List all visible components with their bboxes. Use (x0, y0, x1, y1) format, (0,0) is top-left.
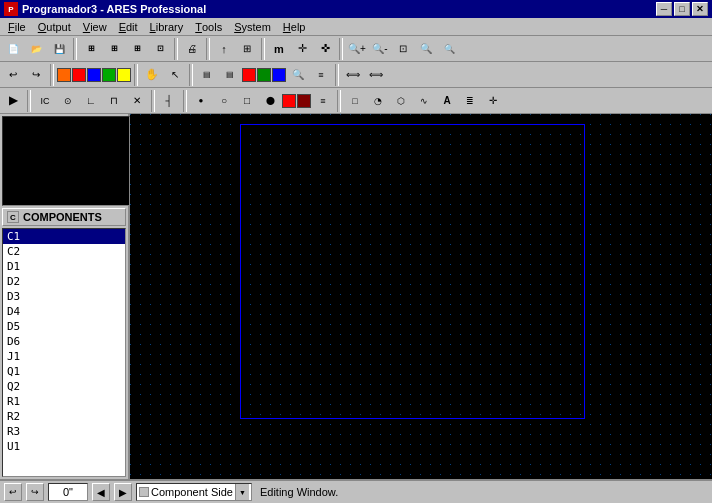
menu-file[interactable]: File (2, 18, 32, 35)
layer-dropdown-icon[interactable]: ▼ (235, 484, 249, 500)
color-green[interactable] (102, 68, 116, 82)
tb-cross[interactable]: ✜ (314, 38, 336, 60)
hand-tool[interactable]: ✋ (141, 64, 163, 86)
list-item[interactable]: D2 (3, 274, 125, 289)
tb-search[interactable]: 🔍 (287, 64, 309, 86)
big-rect-tool[interactable] (297, 94, 311, 108)
color-blue[interactable] (87, 68, 101, 82)
zoom-in[interactable]: 🔍+ (346, 38, 368, 60)
toolbar-1: 📄 📂 💾 ⊞ ⊞ ⊞ ⊡ 🖨 ↑ ⊞ m ✛ ✜ 🔍+ 🔍- ⊡ 🔍 🔍 (0, 36, 712, 62)
circle-tool[interactable]: ○ (213, 90, 235, 112)
view-tb-btn1[interactable]: ⊞ (80, 38, 102, 60)
view-tb-btn3[interactable]: ⊞ (126, 38, 148, 60)
zoom-fit[interactable]: ⊡ (392, 38, 414, 60)
minimize-button[interactable]: ─ (656, 2, 672, 16)
zoom-area[interactable]: 🔍 (415, 38, 437, 60)
status-back[interactable]: ↩ (4, 483, 22, 501)
layer-color3[interactable] (272, 68, 286, 82)
undo-button[interactable]: ↩ (2, 64, 24, 86)
print-button[interactable]: 🖨 (181, 38, 203, 60)
tb-m[interactable]: m (268, 38, 290, 60)
wire-tool[interactable]: ∟ (80, 90, 102, 112)
list-item[interactable]: C2 (3, 244, 125, 259)
components-label: COMPONENTS (23, 211, 102, 223)
zone-tool[interactable]: □ (344, 90, 366, 112)
fill-circle-tool[interactable]: ⬤ (259, 90, 281, 112)
color-yellow[interactable] (117, 68, 131, 82)
tb-plus[interactable]: ✛ (291, 38, 313, 60)
maximize-button[interactable]: □ (674, 2, 690, 16)
save-button[interactable]: 💾 (48, 38, 70, 60)
canvas-area[interactable] (130, 114, 712, 479)
menu-system[interactable]: System (228, 18, 277, 35)
fill-rect-tool[interactable] (282, 94, 296, 108)
toolbar-3: ▶ IC ⊙ ∟ ⊓ ✕ ┤ ● ○ □ ⬤ ≡ □ ◔ ⬡ ∿ A ≣ ✛ (0, 88, 712, 114)
tb-mirror2[interactable]: ⟺ (365, 64, 387, 86)
main-area: C COMPONENTS C1C2D1D2D3D4D5D6J1Q1Q2R1R2R… (0, 114, 712, 479)
select-tool[interactable]: ▶ (2, 90, 24, 112)
line-tool[interactable]: ┤ (158, 90, 180, 112)
color-red[interactable] (72, 68, 86, 82)
symbol-tool[interactable]: ≣ (459, 90, 481, 112)
layer-palette2[interactable]: ▤ (219, 64, 241, 86)
tb-layers[interactable]: ≡ (310, 64, 332, 86)
layer-color-indicator (139, 487, 149, 497)
list-item[interactable]: D3 (3, 289, 125, 304)
list-item[interactable]: D4 (3, 304, 125, 319)
poly-tool[interactable]: ⬡ (390, 90, 412, 112)
text-tool[interactable]: A (436, 90, 458, 112)
close-button[interactable]: ✕ (692, 2, 708, 16)
status-fwd[interactable]: ↪ (26, 483, 44, 501)
menu-tools[interactable]: Tools (189, 18, 228, 35)
origin-tool[interactable]: ✛ (482, 90, 504, 112)
arc-tool[interactable]: ◔ (367, 90, 389, 112)
app-icon: P (4, 2, 18, 16)
color-orange[interactable] (57, 68, 71, 82)
menu-help[interactable]: Help (277, 18, 312, 35)
list-item[interactable]: C1 (3, 229, 125, 244)
next-btn[interactable]: ▶ (114, 483, 132, 501)
view-tb-btn4[interactable]: ⊡ (149, 38, 171, 60)
cursor-tool[interactable]: ↖ (164, 64, 186, 86)
pin-tool[interactable]: ⊙ (57, 90, 79, 112)
list-item[interactable]: D6 (3, 334, 125, 349)
list-item[interactable]: R1 (3, 394, 125, 409)
zoom-input[interactable] (48, 483, 88, 501)
status-bar: ↩ ↪ ◀ ▶ Component Side ▼ Editing Window. (0, 479, 712, 503)
bus-tool[interactable]: ⊓ (103, 90, 125, 112)
tb-grid[interactable]: ⊞ (236, 38, 258, 60)
pad-tool[interactable]: ≡ (312, 90, 334, 112)
layer-color2[interactable] (257, 68, 271, 82)
dot-tool[interactable]: ● (190, 90, 212, 112)
rect-tool[interactable]: □ (236, 90, 258, 112)
new-button[interactable]: 📄 (2, 38, 24, 60)
components-list[interactable]: C1C2D1D2D3D4D5D6J1Q1Q2R1R2R3U1 (2, 228, 126, 477)
menu-edit[interactable]: Edit (113, 18, 144, 35)
prev-btn[interactable]: ◀ (92, 483, 110, 501)
menu-library[interactable]: Library (144, 18, 190, 35)
layer-selector[interactable]: Component Side ▼ (136, 483, 252, 501)
menu-view[interactable]: View (77, 18, 113, 35)
list-item[interactable]: Q2 (3, 379, 125, 394)
list-item[interactable]: Q1 (3, 364, 125, 379)
list-item[interactable]: D5 (3, 319, 125, 334)
list-item[interactable]: R3 (3, 424, 125, 439)
redo-button[interactable]: ↪ (25, 64, 47, 86)
list-item[interactable]: R2 (3, 409, 125, 424)
separator-4 (261, 38, 265, 60)
list-item[interactable]: D1 (3, 259, 125, 274)
view-tb-btn2[interactable]: ⊞ (103, 38, 125, 60)
layer-color1[interactable] (242, 68, 256, 82)
zoom-full[interactable]: 🔍 (438, 38, 460, 60)
open-button[interactable]: 📂 (25, 38, 47, 60)
tb-mirror[interactable]: ⟺ (342, 64, 364, 86)
tb-arrow[interactable]: ↑ (213, 38, 235, 60)
delete-tool[interactable]: ✕ (126, 90, 148, 112)
path-tool[interactable]: ∿ (413, 90, 435, 112)
list-item[interactable]: J1 (3, 349, 125, 364)
list-item[interactable]: U1 (3, 439, 125, 454)
component-tool[interactable]: IC (34, 90, 56, 112)
layer-palette[interactable]: ▤ (196, 64, 218, 86)
zoom-out[interactable]: 🔍- (369, 38, 391, 60)
menu-output[interactable]: Output (32, 18, 77, 35)
